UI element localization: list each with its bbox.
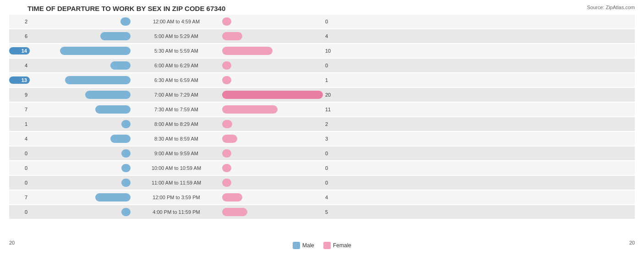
right-bar-area [222, 47, 323, 55]
right-bar-area [222, 164, 323, 172]
right-bar-area [222, 17, 323, 26]
row-label: 9:00 AM to 9:59 AM [131, 151, 222, 156]
female-bar [222, 208, 247, 216]
chart-row: 1 8:00 AM to 8:29 AM 2 [9, 117, 635, 131]
chart-row: 7 12:00 PM to 3:59 PM 4 [9, 190, 635, 204]
chart-area: 2 12:00 AM to 4:59 AM 0 6 5:00 AM to 5:2… [9, 15, 635, 239]
left-value: 2 [9, 19, 30, 24]
row-label: 11:00 AM to 11:59 AM [131, 180, 222, 185]
right-bar-area [222, 193, 323, 201]
female-bar [222, 179, 231, 187]
female-bar [222, 76, 231, 84]
male-bar [85, 91, 131, 99]
right-bar-area [222, 105, 323, 114]
row-label: 6:00 AM to 6:29 AM [131, 63, 222, 68]
right-bar-area [222, 61, 323, 70]
row-label: 8:30 AM to 8:59 AM [131, 136, 222, 141]
legend-female: Female [323, 242, 351, 249]
left-value: 6 [9, 33, 30, 39]
chart-row: 9 7:00 AM to 7:29 AM 20 [9, 88, 635, 102]
left-bar-area [30, 164, 131, 172]
legend-male: Male [293, 242, 314, 249]
female-bar [222, 91, 323, 99]
axis-left-label: 20 [9, 240, 15, 249]
right-value: 20 [323, 92, 344, 98]
row-label: 5:00 AM to 5:29 AM [131, 33, 222, 39]
right-value: 5 [323, 209, 344, 215]
right-value: 3 [323, 136, 344, 141]
left-value: 4 [9, 136, 30, 141]
male-bar [121, 164, 131, 172]
male-bar [60, 47, 131, 55]
female-bar [222, 120, 232, 128]
row-label: 6:30 AM to 6:59 AM [131, 77, 222, 83]
male-bar [100, 32, 131, 40]
left-bar-area [30, 32, 131, 40]
chart-row: 13 6:30 AM to 6:59 AM 1 [9, 73, 635, 87]
left-value: 0 [9, 180, 30, 185]
left-value: 4 [9, 63, 30, 68]
right-value: 2 [323, 121, 344, 127]
left-bar-area [30, 47, 131, 55]
left-value: 13 [9, 76, 30, 84]
right-value: 0 [323, 180, 344, 185]
row-label: 7:00 AM to 7:29 AM [131, 92, 222, 98]
male-bar [121, 120, 131, 128]
male-bar [65, 76, 131, 84]
chart-row: 0 11:00 AM to 11:59 AM 0 [9, 176, 635, 190]
right-value: 0 [323, 165, 344, 171]
left-bar-area [30, 179, 131, 187]
axis-labels: 20 Male Female 20 [9, 240, 635, 249]
right-value: 0 [323, 63, 344, 68]
female-bar [222, 135, 237, 143]
female-bar [222, 193, 242, 201]
female-bar [222, 164, 231, 172]
left-bar-area [30, 193, 131, 201]
male-bar [110, 135, 131, 143]
chart-row: 0 10:00 AM to 10:59 AM 0 [9, 161, 635, 175]
male-bar [120, 17, 131, 26]
right-bar-area [222, 120, 323, 128]
right-value: 10 [323, 48, 344, 54]
male-bar [110, 61, 131, 70]
female-label: Female [333, 242, 351, 249]
left-bar-area [30, 149, 131, 158]
right-value: 11 [323, 107, 344, 112]
male-color-box [293, 242, 300, 249]
chart-row: 4 6:00 AM to 6:29 AM 0 [9, 59, 635, 72]
legend: Male Female [293, 242, 351, 249]
male-bar [95, 105, 131, 114]
left-value: 14 [9, 47, 30, 54]
chart-container: TIME OF DEPARTURE TO WORK BY SEX IN ZIP … [0, 0, 644, 272]
left-bar-area [30, 208, 131, 216]
left-value: 9 [9, 92, 30, 98]
left-value: 0 [9, 165, 30, 171]
left-value: 7 [9, 195, 30, 200]
left-value: 7 [9, 107, 30, 112]
right-value: 4 [323, 33, 344, 39]
female-bar [222, 61, 231, 70]
row-label: 12:00 PM to 3:59 PM [131, 195, 222, 200]
male-label: Male [302, 242, 314, 249]
female-bar [222, 47, 273, 55]
chart-row: 2 12:00 AM to 4:59 AM 0 [9, 15, 635, 28]
left-value: 1 [9, 121, 30, 127]
left-bar-area [30, 76, 131, 84]
chart-row: 14 5:30 AM to 5:59 AM 10 [9, 44, 635, 58]
left-bar-area [30, 17, 131, 26]
left-value: 0 [9, 151, 30, 156]
row-label: 10:00 AM to 10:59 AM [131, 165, 222, 171]
right-bar-area [222, 76, 323, 84]
female-bar [222, 32, 242, 40]
male-bar [121, 179, 131, 187]
right-bar-area [222, 32, 323, 40]
chart-row: 0 4:00 PM to 11:59 PM 5 [9, 205, 635, 219]
female-color-box [323, 242, 331, 249]
left-bar-area [30, 120, 131, 128]
left-bar-area [30, 91, 131, 99]
male-bar [121, 208, 131, 216]
chart-row: 4 8:30 AM to 8:59 AM 3 [9, 132, 635, 146]
chart-row: 6 5:00 AM to 5:29 AM 4 [9, 29, 635, 43]
row-label: 8:00 AM to 8:29 AM [131, 121, 222, 127]
male-bar [95, 193, 131, 201]
